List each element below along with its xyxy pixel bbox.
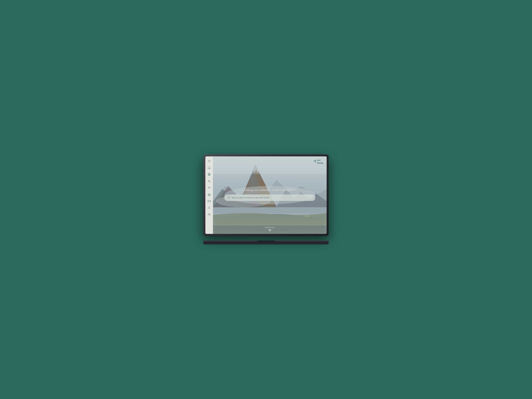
svg-point-9 — [208, 187, 209, 188]
sidebar — [205, 156, 213, 234]
svg-point-10 — [209, 187, 210, 188]
logo[interactable]: GO' thentic — [313, 159, 323, 164]
search-placeholder-text: Type in a place or activity to start you… — [231, 196, 269, 199]
building-icon[interactable] — [207, 192, 211, 196]
laptop-base-body: Macbook Pro — [203, 241, 329, 243]
scroll-label: Scroll for more — [265, 227, 275, 228]
scroll-section[interactable]: Scroll for more — [265, 227, 275, 232]
svg-point-16 — [209, 207, 209, 208]
laptop-base-notch: Macbook Pro — [257, 241, 275, 242]
svg-point-7 — [209, 181, 210, 182]
logo-plane-icon — [313, 160, 317, 164]
svg-point-17 — [209, 214, 209, 215]
main-content: GO' thentic Looking for authentic travel… — [213, 156, 327, 234]
svg-rect-12 — [209, 195, 209, 196]
home-icon[interactable] — [207, 166, 211, 170]
location-path-icon[interactable] — [207, 179, 211, 183]
screen: GO' thentic Looking for authentic travel… — [205, 156, 327, 234]
svg-line-39 — [229, 198, 230, 198]
svg-point-38 — [228, 196, 229, 198]
world-people-icon[interactable] — [207, 186, 211, 190]
laptop-base: Macbook Pro — [203, 241, 329, 245]
hero-section: Looking for authentic travel experiences… — [224, 188, 315, 201]
globe-icon[interactable] — [207, 172, 211, 177]
scene: GO' thentic Looking for authentic travel… — [203, 154, 329, 245]
logo-line1: GO' — [317, 159, 323, 162]
laptop-model-text: Macbook Pro — [263, 241, 269, 242]
svg-point-6 — [208, 180, 209, 181]
search-icon — [227, 196, 230, 199]
svg-rect-15 — [208, 200, 210, 202]
mail-icon[interactable] — [207, 199, 211, 203]
chevron-down-icon — [265, 229, 275, 232]
svg-point-18 — [209, 214, 210, 215]
person-icon[interactable] — [207, 206, 211, 210]
laptop-bezel: GO' thentic Looking for authentic travel… — [205, 156, 327, 234]
laptop-screen-body: GO' thentic Looking for authentic travel… — [203, 154, 329, 236]
svg-rect-11 — [208, 194, 210, 196]
logo-text: GO' thentic — [317, 159, 323, 164]
group-icon[interactable] — [207, 213, 211, 217]
svg-point-8 — [209, 181, 209, 181]
search-bar[interactable]: Type in a place or activity to start you… — [224, 195, 315, 201]
menu-icon[interactable] — [207, 159, 211, 163]
hero-title: Looking for authentic travel experiences… — [224, 188, 315, 192]
logo-line2: thentic — [317, 162, 323, 164]
laptop-base-foot — [203, 243, 329, 244]
